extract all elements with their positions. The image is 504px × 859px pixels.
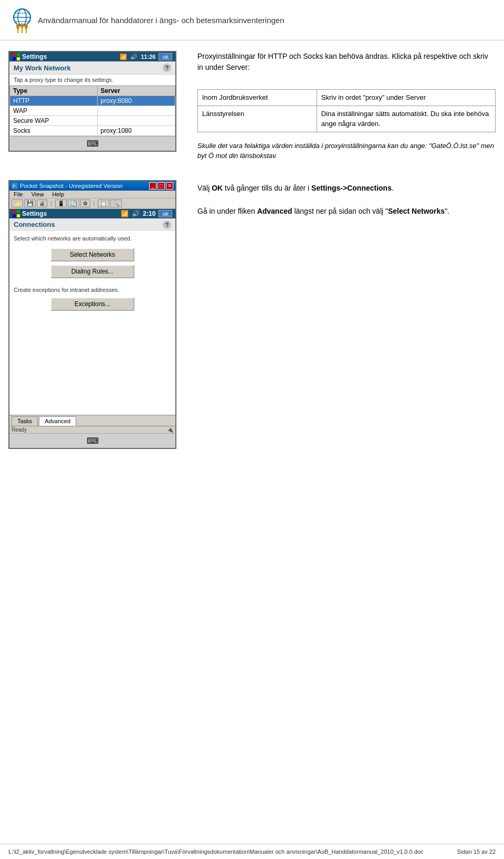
explanation-right-1: Skriv in ordet "proxy" under Server bbox=[317, 90, 495, 106]
device2-titlebar-left: Settings bbox=[13, 210, 47, 217]
device2-panel: P Pocket Snapshot - Unregistered Version… bbox=[8, 180, 187, 449]
device1-app-name: Settings bbox=[22, 53, 47, 60]
exceptions-button[interactable]: Exceptions... bbox=[50, 297, 134, 311]
device2-windows-icon bbox=[13, 210, 20, 217]
win-toolbar: 📁 💾 🖨 | 📱 🔄 ⚙ | 📋 🔍 bbox=[9, 198, 175, 209]
device2-keyboard[interactable]: ⌨ bbox=[9, 433, 175, 448]
toolbar-btn-3[interactable]: 🖨 bbox=[37, 200, 47, 207]
toolbar-btn-1[interactable]: 📁 bbox=[12, 200, 23, 207]
tab-tasks[interactable]: Tasks bbox=[12, 416, 38, 426]
explanation-row-2: Länsstyrelsen Dina inställningar sätts a… bbox=[198, 106, 496, 132]
connections-content: Select which networks are automatically … bbox=[9, 231, 175, 415]
device2-statusbar: Ready 🔌 bbox=[9, 426, 175, 433]
proxy-col-type: Type bbox=[10, 86, 98, 96]
win-controls: _ □ ✕ bbox=[149, 182, 173, 190]
device1-titlebar-left: Settings bbox=[13, 53, 47, 60]
proxy-type-socks: Socks bbox=[10, 126, 98, 136]
explanation-left-1: Inom Jordbruksverket bbox=[198, 90, 317, 106]
header-title: Användarmanual för handdatorer i ängs- o… bbox=[38, 16, 284, 25]
section2-sub-text: Gå in under fliken Advanced längst ner p… bbox=[197, 205, 449, 217]
svg-rect-19 bbox=[17, 210, 20, 213]
antenna-icon: 📶 bbox=[120, 54, 127, 60]
toolbar-btn-6[interactable]: ⚙ bbox=[80, 200, 90, 207]
section1-content: Settings 📶 🔊 11:26 ok My Work Network ? … bbox=[0, 40, 504, 172]
footer-spacer bbox=[0, 457, 504, 499]
proxy-row-http[interactable]: HTTP proxy:8080 bbox=[10, 96, 175, 106]
section1-text-panel: Proxyinställningar för HTTP och Socks ka… bbox=[197, 51, 496, 161]
device1-ok-button[interactable]: ok bbox=[159, 53, 172, 60]
device2-outer-window: P Pocket Snapshot - Unregistered Version… bbox=[8, 180, 176, 449]
toolbar-btn-2[interactable]: 💾 bbox=[24, 200, 36, 207]
toolbar-btn-8[interactable]: 🔍 bbox=[110, 200, 122, 207]
section2-text-panel: Välj OK två gånger tills du är åter i Se… bbox=[197, 180, 449, 449]
device1-header-bar: My Work Network ? bbox=[9, 61, 175, 75]
proxy-type-secure-wap: Secure WAP bbox=[10, 116, 98, 126]
pocket-snapshot-icon: P bbox=[12, 183, 18, 189]
device2-ok-button[interactable]: ok bbox=[159, 210, 172, 217]
logo-icon bbox=[6, 4, 38, 36]
device2-tabs: Tasks Advanced bbox=[9, 415, 175, 426]
win-outer-title: P Pocket Snapshot - Unregistered Version bbox=[12, 183, 123, 189]
device1-titlebar: Settings 📶 🔊 11:26 ok bbox=[9, 52, 175, 61]
device2-inner-titlebar: Settings 📶 🔊 2:10 ok bbox=[9, 209, 175, 218]
section1-intro-text: Proxyinställningar för HTTP och Socks ka… bbox=[197, 51, 496, 73]
proxy-server-socks: proxy:1080 bbox=[97, 126, 175, 136]
windows-flag-icon bbox=[13, 53, 20, 60]
menu-help[interactable]: Help bbox=[48, 191, 68, 198]
explanation-right-2: Dina inställningar sätts automatiskt. Du… bbox=[317, 106, 495, 132]
toolbar-btn-5[interactable]: 🔄 bbox=[68, 200, 79, 207]
svg-rect-20 bbox=[13, 214, 16, 217]
section1-italic-note: Skulle det vara felaktiga värden inställ… bbox=[197, 141, 496, 161]
device1-header-title: My Work Network bbox=[14, 64, 71, 72]
device2-antenna-icon: 📶 bbox=[121, 210, 129, 217]
svg-rect-18 bbox=[13, 210, 16, 213]
footer-row: L:\l2_aktiv_forvaltning\Egenutvecklade s… bbox=[8, 848, 496, 855]
win-outer-titlebar: P Pocket Snapshot - Unregistered Version… bbox=[9, 181, 175, 191]
explanation-left-2: Länsstyrelsen bbox=[198, 106, 317, 132]
connections-exceptions-label: Create exceptions for intranet addresses… bbox=[14, 287, 171, 293]
svg-rect-14 bbox=[13, 57, 16, 60]
device2-app-name: Settings bbox=[22, 210, 47, 217]
proxy-col-server: Server bbox=[97, 86, 175, 96]
device2-help-icon[interactable]: ? bbox=[163, 221, 171, 229]
toolbar-btn-4[interactable]: 📱 bbox=[55, 200, 67, 207]
explanation-table: Inom Jordbruksverket Skriv in ordet "pro… bbox=[197, 89, 496, 132]
menu-view[interactable]: View bbox=[27, 191, 48, 198]
footer-path: L:\l2_aktiv_forvaltning\Egenutvecklade s… bbox=[8, 848, 423, 855]
select-networks-button[interactable]: Select Networks bbox=[50, 248, 134, 261]
win-minimize-btn[interactable]: _ bbox=[149, 182, 156, 190]
tab-advanced[interactable]: Advanced bbox=[39, 416, 76, 426]
device2-speaker-icon: 🔊 bbox=[132, 210, 140, 217]
device2-connections-header: Connections ? bbox=[9, 218, 175, 231]
device1-keyboard[interactable]: ⌨ bbox=[9, 136, 175, 151]
connections-subtitle: Select which networks are automatically … bbox=[14, 235, 171, 242]
device1-subtitle: Tap a proxy type to change its settings. bbox=[9, 75, 175, 86]
page-footer: L:\l2_aktiv_forvaltning\Egenutvecklade s… bbox=[0, 844, 504, 859]
status-icon: 🔌 bbox=[167, 427, 173, 433]
device1-panel: Settings 📶 🔊 11:26 ok My Work Network ? … bbox=[8, 51, 187, 161]
speaker-icon: 🔊 bbox=[130, 54, 138, 60]
svg-rect-12 bbox=[13, 53, 16, 56]
toolbar-btn-7[interactable]: 📋 bbox=[98, 200, 109, 207]
proxy-server-http: proxy:8080 bbox=[97, 96, 175, 106]
win-close-btn[interactable]: ✕ bbox=[166, 182, 173, 190]
section2-main-text: Välj OK två gånger tills du är åter i Se… bbox=[197, 182, 449, 194]
device2-time: 2:10 bbox=[143, 210, 155, 217]
win-maximize-btn[interactable]: □ bbox=[158, 182, 165, 190]
menu-file[interactable]: File bbox=[9, 191, 27, 198]
svg-rect-15 bbox=[17, 57, 20, 60]
dialing-rules-button[interactable]: Dialing Rules... bbox=[50, 265, 134, 278]
help-icon[interactable]: ? bbox=[163, 64, 171, 72]
device1-time: 11:26 bbox=[141, 54, 155, 60]
proxy-server-secure-wap bbox=[97, 116, 175, 126]
device2-connections-title: Connections bbox=[14, 221, 55, 228]
proxy-row-socks[interactable]: Socks proxy:1080 bbox=[10, 126, 175, 136]
page-header: Användarmanual för handdatorer i ängs- o… bbox=[0, 0, 504, 40]
connections-exceptions-section: Create exceptions for intranet addresses… bbox=[14, 287, 171, 311]
proxy-row-secure-wap[interactable]: Secure WAP bbox=[10, 116, 175, 126]
svg-point-9 bbox=[20, 23, 24, 28]
footer-page: Sidan 15 av 22 bbox=[457, 848, 496, 855]
proxy-row-wap[interactable]: WAP bbox=[10, 106, 175, 116]
proxy-type-http: HTTP bbox=[10, 96, 98, 106]
svg-rect-13 bbox=[17, 53, 20, 56]
